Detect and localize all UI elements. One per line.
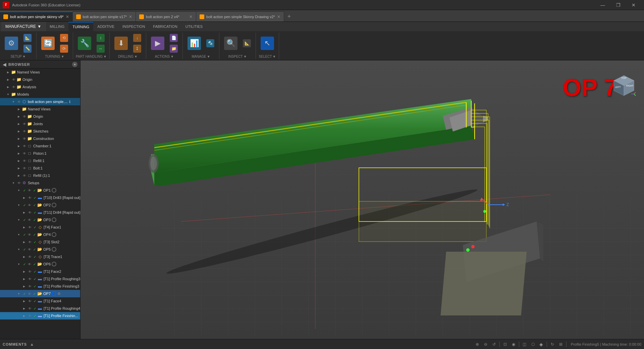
tree-piston1[interactable]: ▶ 👁 □ Piston:1 xyxy=(0,150,80,157)
expand-op6[interactable]: ▼ xyxy=(16,260,21,268)
tree-op7[interactable]: ▼ ✓ 👁 ✓ 📂 OP7 ⚙ xyxy=(0,290,80,297)
turn-sub2[interactable]: ⟳ xyxy=(58,44,70,54)
tab-close-3[interactable]: ✕ xyxy=(189,14,193,19)
tab-close-4[interactable]: ✕ xyxy=(277,14,280,19)
expand-piston[interactable]: ▶ xyxy=(16,150,21,157)
tree-construction[interactable]: ▶ 👁 📁 Construction xyxy=(0,135,80,142)
select-button[interactable]: ↖ xyxy=(259,35,276,52)
tree-t3-trace1[interactable]: ▶ 👁 ✓ ◇ [T3] Trace1 xyxy=(0,253,80,260)
setup-sub2[interactable]: 📏 xyxy=(21,44,34,54)
ribbon-tab-turning[interactable]: TURNING xyxy=(68,22,93,31)
expand-face1[interactable]: ▶ xyxy=(21,223,27,231)
tree-setups[interactable]: ▼ 👁 ⚙ Setups xyxy=(0,179,80,187)
tree-t3-slot2[interactable]: ▶ 👁 ✓ ◇ [T3] Slot2 xyxy=(0,238,80,246)
tree-refill1[interactable]: ▶ 👁 □ Refill:1 xyxy=(0,157,80,164)
expand-bolt-action[interactable]: ▼ xyxy=(11,98,16,105)
expand-bolt[interactable]: ▶ xyxy=(16,164,21,172)
minimize-button[interactable]: — xyxy=(595,0,610,10)
expand-analysis[interactable]: ▶ xyxy=(5,83,11,91)
tab-4[interactable]: bolt action pen simple Skinny Drawing v2… xyxy=(196,11,284,21)
expand-setups[interactable]: ▼ xyxy=(11,179,16,187)
manage-sub1[interactable]: 🔩 xyxy=(204,39,216,49)
tree-models[interactable]: ▼ 📁 Models xyxy=(0,91,80,98)
tree-origin[interactable]: ▶ 👁 📁 Origin xyxy=(0,76,80,83)
setup-sub1[interactable]: 📐 xyxy=(21,33,34,43)
expand-drill4[interactable]: ▶ xyxy=(21,209,27,216)
expand-slot2[interactable]: ▶ xyxy=(21,238,27,246)
tree-t1-face4[interactable]: ▶ 👁 ✓ ▬ [T1] Face4 xyxy=(0,297,80,305)
expand-op5[interactable]: ▼ xyxy=(16,246,21,253)
turn-sub1[interactable]: ⟲ xyxy=(58,33,70,43)
toolbar-btn-8[interactable]: ◈ xyxy=(538,341,545,348)
toolbar-btn-2[interactable]: ⊖ xyxy=(482,341,489,348)
close-button[interactable]: ✕ xyxy=(626,0,641,10)
tab-3[interactable]: bolt action pen 2 v4* ✕ xyxy=(136,11,196,21)
tree-origin-sub[interactable]: ▶ 👁 📁 Origin xyxy=(0,113,80,120)
turning-button[interactable]: 🔄 xyxy=(39,35,57,52)
expand-finish4[interactable]: ▶ xyxy=(21,312,27,319)
expand-op1[interactable]: ▼ xyxy=(16,187,21,194)
toolbar-btn-4[interactable]: ⊡ xyxy=(501,341,509,348)
tree-t1-rough3[interactable]: ▶ 👁 ✓ ▬ [T1] Profile Roughing3 xyxy=(0,275,80,283)
ribbon-tab-additive[interactable]: ADDITIVE xyxy=(93,22,118,31)
expand-op4[interactable]: ▼ xyxy=(16,231,21,238)
expand-op3[interactable]: ▼ xyxy=(16,216,21,223)
action-sub2[interactable]: 📁 xyxy=(168,44,180,54)
expand-chamber[interactable]: ▶ xyxy=(16,142,21,150)
toolbar-btn-6[interactable]: ◫ xyxy=(521,341,528,348)
tree-t1-face2[interactable]: ▶ 👁 ✓ ▬ [T1] Face2 xyxy=(0,268,80,275)
expand-sketches[interactable]: ▶ xyxy=(16,128,21,135)
handle-sub1[interactable]: ↕ xyxy=(95,33,107,43)
expand-named-views[interactable]: ▶ xyxy=(5,68,11,76)
expand-origin-sub[interactable]: ▶ xyxy=(16,113,21,120)
tree-t1-finish4[interactable]: ▶ 👁 ✓ ▬ [T1] Profile Finishin... xyxy=(0,312,80,319)
expand-face2[interactable]: ▶ xyxy=(21,268,27,275)
tree-t11-drill4[interactable]: ▶ 👁 ✓ ▬ [T11] Drill4 [Rapid out] xyxy=(0,209,80,216)
tree-op1[interactable]: ▼ ✓ 👁 ✓ 📂 OP1 xyxy=(0,187,80,194)
toolbar-btn-3[interactable]: ↺ xyxy=(490,341,498,348)
tab-close-1[interactable]: ✕ xyxy=(66,14,69,19)
ribbon-tab-fabrication[interactable]: FABRICATION xyxy=(149,22,181,31)
manufacture-dropdown[interactable]: MANUFACTURE ▼ xyxy=(1,22,46,31)
inspect-sub1[interactable]: 📐 xyxy=(241,39,253,49)
tree-t4-face1[interactable]: ▶ 👁 ✓ ◇ [T4] Face1 xyxy=(0,223,80,231)
manage-button[interactable]: 📊 xyxy=(185,35,203,52)
drilling-button[interactable]: ⬇ xyxy=(112,35,130,52)
drill-sub1[interactable]: ↓ xyxy=(131,33,143,43)
expand-rough4[interactable]: ▶ xyxy=(21,305,27,312)
maximize-button[interactable]: ❐ xyxy=(610,0,626,10)
expand-construction[interactable]: ▶ xyxy=(16,135,21,142)
handle-sub2[interactable]: ↔ xyxy=(95,44,107,54)
expand-finish3[interactable]: ▶ xyxy=(21,283,27,290)
tab-close-2[interactable]: ✕ xyxy=(129,14,132,19)
tree-op5[interactable]: ▼ ✓ 👁 ✓ 📂 OP5 xyxy=(0,246,80,253)
tree-t1-finish3[interactable]: ▶ 👁 ✓ ▬ [T1] Profile Finishing3 xyxy=(0,283,80,290)
expand-models[interactable]: ▼ xyxy=(5,91,11,98)
inspect-button[interactable]: 🔍 xyxy=(222,35,239,52)
tree-op4[interactable]: ▼ ✓ 👁 ✓ 📂 OP4 xyxy=(0,231,80,238)
expand-trace1[interactable]: ▶ xyxy=(21,253,27,260)
tree-bolt1[interactable]: ▶ 👁 □ Bolt:1 xyxy=(0,164,80,172)
tree-refill11[interactable]: ▶ 👁 □ Refill (1):1 xyxy=(0,172,80,179)
expand-drill3[interactable]: ▶ xyxy=(21,194,27,201)
ribbon-tab-milling[interactable]: MILLING xyxy=(46,22,68,31)
drill-sub2[interactable]: ↧ xyxy=(131,44,143,54)
expand-op7[interactable]: ▼ xyxy=(16,290,21,297)
simulate-button[interactable]: ▶ xyxy=(149,35,166,52)
tree-chamber1[interactable]: ▶ 👁 □ Chamber:1 xyxy=(0,142,80,150)
tab-2[interactable]: bolt action pen simple v17* ✕ xyxy=(73,11,136,21)
viewport-3d[interactable]: Z OP 7 xyxy=(80,60,644,339)
tab-add-button[interactable]: + xyxy=(284,11,294,21)
tree-named-views[interactable]: ▶ 📁 Named Views xyxy=(0,68,80,76)
tree-op2[interactable]: ▼ ✓ 👁 ✓ 📂 OP2 xyxy=(0,201,80,209)
expand-btn[interactable]: ▲ xyxy=(30,342,34,347)
expand-face4[interactable]: ▶ xyxy=(21,297,27,305)
tree-analysis[interactable]: ▶ 👁 📁 Analysis xyxy=(0,83,80,91)
tree-named-views-sub[interactable]: ▶ 📁 Named Views xyxy=(0,105,80,113)
toolbar-btn-1[interactable]: ⊕ xyxy=(474,341,481,348)
tree-joints[interactable]: ▶ 👁 📁 Joints xyxy=(0,120,80,128)
toolbar-btn-5[interactable]: ◉ xyxy=(510,341,517,348)
expand-joints[interactable]: ▶ xyxy=(16,120,21,128)
expand-refill11[interactable]: ▶ xyxy=(16,172,21,179)
expand-refill[interactable]: ▶ xyxy=(16,157,21,164)
